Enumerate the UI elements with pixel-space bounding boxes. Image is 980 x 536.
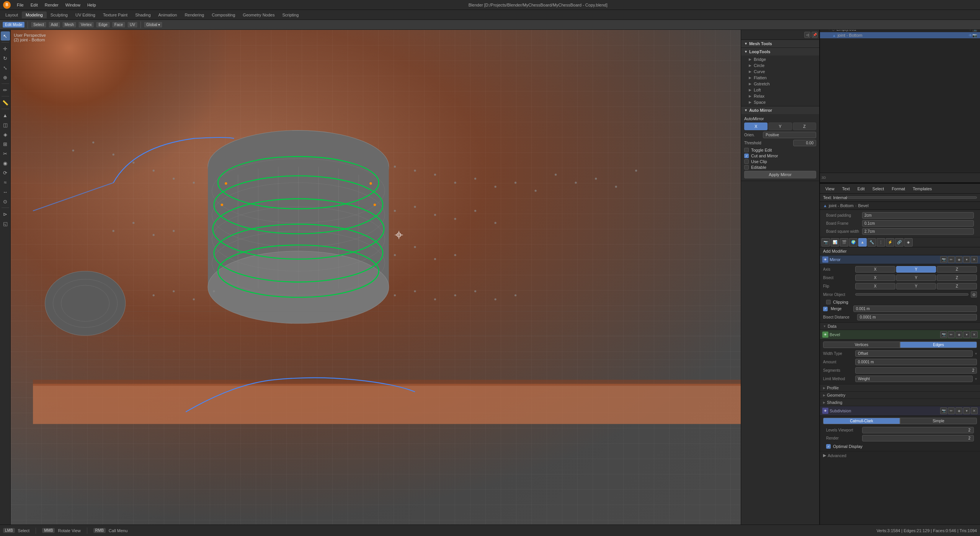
add-btn[interactable]: Mesh bbox=[62, 21, 77, 28]
data-section-header[interactable]: ▼ Data bbox=[820, 323, 980, 330]
axis-y-mirror-btn[interactable]: Y bbox=[896, 266, 936, 273]
cut-mirror-checkbox[interactable] bbox=[744, 154, 749, 158]
board-square-value[interactable]: 2.7cm bbox=[862, 228, 974, 235]
amount-value[interactable]: 0.0001 m bbox=[855, 359, 977, 365]
tool-spin[interactable]: ⟳ bbox=[1, 168, 10, 177]
tab-geometry-nodes[interactable]: Geometry Nodes bbox=[239, 11, 278, 18]
mod-move-up-btn[interactable]: ▾ bbox=[963, 256, 970, 263]
tool-shrink[interactable]: ⊙ bbox=[1, 197, 10, 206]
axis-z-mirror-btn[interactable]: Z bbox=[937, 266, 977, 273]
bisect-z-btn[interactable]: Z bbox=[937, 275, 977, 281]
bevel-vis-icon[interactable]: 👁 bbox=[822, 332, 828, 338]
menu-edit[interactable]: Edit bbox=[28, 2, 41, 8]
flip-x-btn[interactable]: X bbox=[855, 283, 895, 289]
loop-loft-item[interactable]: ▶ Loft bbox=[741, 87, 819, 93]
tool-bevel[interactable]: ◈ bbox=[1, 130, 10, 139]
bevel-cage-btn[interactable]: ◈ bbox=[956, 331, 962, 338]
templates-menu-item[interactable]: Templates bbox=[910, 186, 934, 192]
subdiv-move-btn[interactable]: ▾ bbox=[963, 407, 970, 414]
tool-inset[interactable]: ◫ bbox=[1, 120, 10, 129]
loop-curve-item[interactable]: ▶ Curve bbox=[741, 69, 819, 75]
advanced-section[interactable]: ▶ Advanced bbox=[820, 451, 980, 459]
tool-extrude[interactable]: ▲ bbox=[1, 111, 10, 120]
bevel-edit-btn[interactable]: ✏ bbox=[948, 331, 955, 338]
tool-smooth[interactable]: ≈ bbox=[1, 178, 10, 187]
tool-transform[interactable]: ⊕ bbox=[1, 73, 10, 82]
format-menu-item[interactable]: Format bbox=[889, 186, 907, 192]
toggle-edit-checkbox[interactable] bbox=[744, 148, 749, 152]
text-search-input[interactable] bbox=[847, 196, 977, 199]
axis-x-mirror-btn[interactable]: X bbox=[855, 266, 895, 273]
constraints-props-tab[interactable]: 🔗 bbox=[895, 238, 903, 247]
panel-hide-btn[interactable]: ◁ bbox=[804, 32, 810, 38]
limit-method-value[interactable]: Weight bbox=[855, 376, 973, 382]
axis-x-btn[interactable]: X bbox=[744, 123, 768, 130]
use-clip-checkbox[interactable] bbox=[744, 159, 749, 164]
vertex-btn[interactable]: Edge bbox=[96, 21, 110, 28]
particles-props-tab[interactable]: ⋮ bbox=[877, 238, 885, 247]
edges-btn[interactable]: Edges bbox=[900, 342, 977, 348]
editable-checkbox[interactable] bbox=[744, 165, 749, 170]
optimal-display-checkbox[interactable] bbox=[826, 444, 831, 449]
apply-mirror-btn[interactable]: Apply Mirror bbox=[744, 171, 816, 178]
tool-rotate[interactable]: ↻ bbox=[1, 54, 10, 63]
tool-cursor[interactable]: ↖ bbox=[1, 31, 10, 41]
tool-move[interactable]: ✛ bbox=[1, 44, 10, 53]
tool-scale[interactable]: ⤡ bbox=[1, 63, 10, 72]
subdiv-render-btn[interactable]: 📷 bbox=[940, 407, 947, 414]
merge-value[interactable]: 0.001 m bbox=[853, 306, 977, 312]
threshold-input[interactable]: 0.00 bbox=[793, 140, 816, 146]
bisect-x-btn[interactable]: X bbox=[855, 275, 895, 281]
simple-btn[interactable]: Simple bbox=[900, 418, 977, 424]
tab-compositing[interactable]: Compositing bbox=[208, 11, 239, 18]
tab-uv-editing[interactable]: UV Editing bbox=[72, 11, 99, 18]
auto-mirror-header[interactable]: ▼ Auto Mirror bbox=[741, 106, 819, 114]
tab-shading[interactable]: Shading bbox=[131, 11, 154, 18]
segments-value[interactable]: 2 bbox=[855, 367, 977, 374]
tab-texture-paint[interactable]: Texture Paint bbox=[99, 11, 131, 18]
loop-circle-item[interactable]: ▶ Circle bbox=[741, 62, 819, 69]
tool-edge-slide[interactable]: ↔ bbox=[1, 187, 10, 196]
mesh-btn[interactable]: Vertex bbox=[78, 21, 94, 28]
board-frame-value[interactable]: 0.1cm bbox=[862, 220, 974, 227]
width-type-dropdown[interactable]: Offset bbox=[855, 350, 973, 357]
mesh-tools-header[interactable]: ▼ Mesh Tools bbox=[741, 40, 819, 47]
bevel-render-btn[interactable]: 📷 bbox=[940, 331, 947, 338]
mirror-object-field[interactable] bbox=[855, 293, 969, 296]
tab-scripting[interactable]: Scripting bbox=[278, 11, 302, 18]
tool-rip[interactable]: ⊳ bbox=[1, 209, 10, 219]
object-props-tab[interactable]: ▲ bbox=[858, 238, 867, 247]
flip-z-btn[interactable]: Z bbox=[937, 283, 977, 289]
tab-animation[interactable]: Animation bbox=[155, 11, 181, 18]
edit-menu-item[interactable]: Edit bbox=[855, 186, 867, 192]
bisect-y-btn[interactable]: Y bbox=[896, 275, 936, 281]
flip-y-btn[interactable]: Y bbox=[896, 283, 936, 289]
text-menu-item[interactable]: Text bbox=[840, 186, 852, 192]
select-menu-item[interactable]: Select bbox=[870, 186, 887, 192]
menu-file[interactable]: File bbox=[14, 2, 27, 8]
levels-viewport-value[interactable]: 2 bbox=[862, 427, 974, 433]
physics-props-tab[interactable]: ⚡ bbox=[886, 238, 894, 247]
bisect-dist-value[interactable]: 0.0001 m bbox=[857, 314, 977, 320]
viewport-3d[interactable]: User Perspective (2) joint - Bottom X Y … bbox=[11, 30, 819, 525]
tab-sculpting[interactable]: Sculpting bbox=[47, 11, 72, 18]
menu-help[interactable]: Help bbox=[84, 2, 99, 8]
face-btn[interactable]: UV bbox=[127, 21, 138, 28]
tab-modeling[interactable]: Modeling bbox=[22, 11, 47, 18]
shading-section[interactable]: ▶ Shading bbox=[820, 399, 980, 406]
view-btn[interactable]: Select bbox=[31, 21, 47, 28]
bevel-delete-btn[interactable]: ✕ bbox=[971, 331, 978, 338]
board-padding-value[interactable]: 2cm bbox=[862, 212, 974, 219]
tool-annotate[interactable]: ✏ bbox=[1, 85, 10, 95]
axis-z-btn[interactable]: Z bbox=[793, 123, 816, 130]
output-props-tab[interactable]: 📊 bbox=[831, 238, 839, 247]
orient-dropdown[interactable]: Positive bbox=[763, 132, 816, 138]
panel-pin-btn[interactable]: 📌 bbox=[812, 32, 818, 38]
tree-joint-bottom[interactable]: ▲ joint - Bottom 👁 📷 bbox=[820, 32, 980, 38]
mod-visibility-icon[interactable]: 👁 bbox=[822, 257, 828, 263]
subdiv-delete-btn[interactable]: ✕ bbox=[971, 407, 978, 414]
loop-gstretch-item[interactable]: ▶ Gstretch bbox=[741, 81, 819, 87]
tool-loop-cut[interactable]: ⊞ bbox=[1, 139, 10, 149]
select-btn[interactable]: Add bbox=[48, 21, 60, 28]
loop-space-item[interactable]: ▶ Space bbox=[741, 99, 819, 105]
